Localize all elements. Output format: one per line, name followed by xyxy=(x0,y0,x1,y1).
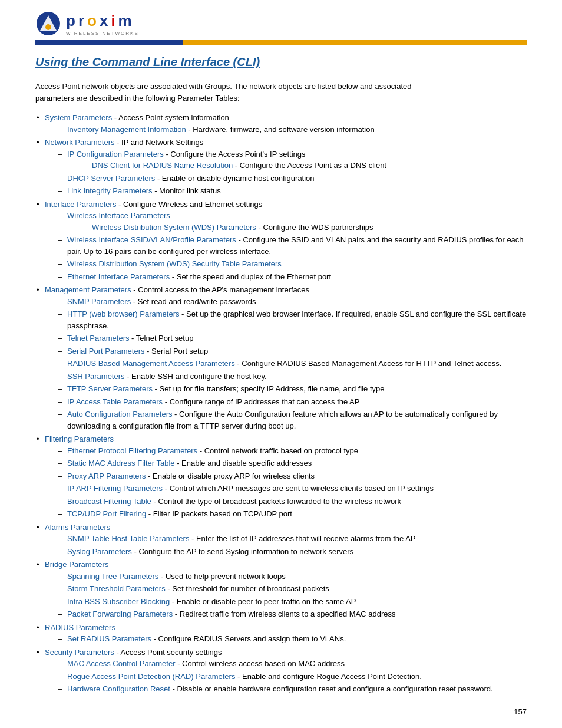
list-item-packet-forwarding: Packet Forwarding Parameters - Redirect … xyxy=(57,608,527,620)
link-radius-parameters[interactable]: RADIUS Parameters xyxy=(45,623,115,632)
list-item-filtering: Filtering Parameters Ethernet Protocol F… xyxy=(35,433,527,520)
sub-list-radius: Set RADIUS Parameters - Configure RADIUS… xyxy=(57,633,527,645)
link-static-mac[interactable]: Static MAC Address Filter Table xyxy=(67,459,175,467)
list-item-wireless: Wireless Interface Parameters Wireless D… xyxy=(57,210,527,233)
list-item-network: Network Parameters - IP and Network Sett… xyxy=(35,137,527,197)
sub-list-network: IP Configuration Parameters - Configure … xyxy=(57,149,527,197)
list-item-ssid-vlan: Wireless Interface SSID/VLAN/Profile Par… xyxy=(57,234,527,257)
logo-area: proxim WIRELESS NETWORKS xyxy=(35,11,527,37)
link-telnet[interactable]: Telnet Parameters xyxy=(67,334,130,342)
list-item-syslog: Syslog Parameters - Configure the AP to … xyxy=(57,546,527,558)
list-item-tftp: TFTP Server Parameters - Set up for file… xyxy=(57,383,527,395)
sub-list-filtering: Ethernet Protocol Filtering Parameters -… xyxy=(57,445,527,520)
link-packet-forwarding[interactable]: Packet Forwarding Parameters xyxy=(67,610,173,618)
sub-list-management: SNMP Parameters - Set read and read/writ… xyxy=(57,296,527,432)
link-wireless-interface[interactable]: Wireless Interface Parameters xyxy=(67,211,170,220)
link-system-parameters[interactable]: System Parameters xyxy=(45,113,112,122)
link-ip-access[interactable]: IP Access Table Parameters xyxy=(67,397,163,406)
list-item-interface: Interface Parameters - Configure Wireles… xyxy=(35,199,527,283)
list-item-dns-client: DNS Client for RADIUS Name Resolution - … xyxy=(79,160,527,172)
link-syslog[interactable]: Syslog Parameters xyxy=(67,547,132,556)
sub-list-system: Inventory Management Information - Hardw… xyxy=(57,124,527,136)
link-hw-config-reset[interactable]: Hardware Configuration Reset xyxy=(67,684,170,693)
link-management-parameters[interactable]: Management Parameters xyxy=(45,285,131,294)
link-ip-arp[interactable]: IP ARP Filtering Parameters xyxy=(67,484,163,493)
link-wds-parameters[interactable]: Wireless Distribution System (WDS) Param… xyxy=(92,223,256,232)
link-link-integrity[interactable]: Link Integrity Parameters xyxy=(67,186,153,195)
list-item-bridge: Bridge Parameters Spanning Tree Paramete… xyxy=(35,559,527,620)
link-snmp-table[interactable]: SNMP Table Host Table Parameters xyxy=(67,534,189,543)
link-eth-protocol-filtering[interactable]: Ethernet Protocol Filtering Parameters xyxy=(67,446,197,455)
list-item-system: System Parameters - Access Point system … xyxy=(35,112,527,135)
link-alarms-parameters[interactable]: Alarms Parameters xyxy=(45,523,110,532)
link-proxy-arp[interactable]: Proxy ARP Parameters xyxy=(67,472,146,480)
list-item-serial: Serial Port Parameters - Serial Port set… xyxy=(57,345,527,357)
link-storm-threshold[interactable]: Storm Threshold Parameters xyxy=(67,584,166,593)
list-item-hw-config-reset: Hardware Configuration Reset - Disable o… xyxy=(57,683,527,695)
link-auto-config[interactable]: Auto Configuration Parameters xyxy=(67,410,172,419)
list-item-ethernet-interface: Ethernet Interface Parameters - Set the … xyxy=(57,271,527,283)
link-filtering-parameters[interactable]: Filtering Parameters xyxy=(45,434,114,443)
logo-icon xyxy=(35,11,61,37)
link-bridge-parameters[interactable]: Bridge Parameters xyxy=(45,560,108,569)
list-item-ip-access: IP Access Table Parameters - Configure r… xyxy=(57,396,527,408)
header: proxim WIRELESS NETWORKS xyxy=(0,0,562,45)
list-item-telnet: Telnet Parameters - Telnet Port setup xyxy=(57,332,527,344)
sub-list-security: MAC Access Control Parameter - Control w… xyxy=(57,658,527,695)
link-tcp-udp[interactable]: TCP/UDP Port Filtering xyxy=(67,509,146,518)
link-security-parameters[interactable]: Security Parameters xyxy=(45,648,114,657)
link-tftp[interactable]: TFTP Server Parameters xyxy=(67,384,153,393)
link-radius-mgmt[interactable]: RADIUS Based Management Access Parameter… xyxy=(67,359,235,368)
content: Access Point network objects are associa… xyxy=(0,75,562,714)
link-broadcast-filtering[interactable]: Broadcast Filtering Table xyxy=(67,497,151,506)
list-item-rogue-ap: Rogue Access Point Detection (RAD) Param… xyxy=(57,671,527,683)
link-dhcp-server[interactable]: DHCP Server Parameters xyxy=(67,174,155,183)
header-blue-bar xyxy=(35,40,183,45)
list-item-snmp-table: SNMP Table Host Table Parameters - Enter… xyxy=(57,533,527,545)
link-interface-parameters[interactable]: Interface Parameters xyxy=(45,200,116,209)
link-dns-client[interactable]: DNS Client for RADIUS Name Resolution xyxy=(92,161,233,170)
link-inventory-management[interactable]: Inventory Management Information xyxy=(67,125,186,134)
list-item-set-radius: Set RADIUS Parameters - Configure RADIUS… xyxy=(57,633,527,645)
link-ip-configuration[interactable]: IP Configuration Parameters xyxy=(67,150,164,159)
header-bars xyxy=(35,40,527,45)
list-item-wds-security: Wireless Distribution System (WDS) Secur… xyxy=(57,258,527,270)
sub-list-interface: Wireless Interface Parameters Wireless D… xyxy=(57,210,527,282)
sub-list-alarms: SNMP Table Host Table Parameters - Enter… xyxy=(57,533,527,557)
link-spanning-tree[interactable]: Spanning Tree Parameters xyxy=(67,572,158,581)
link-ssh[interactable]: SSH Parameters xyxy=(67,372,125,381)
link-rogue-ap[interactable]: Rogue Access Point Detection (RAD) Param… xyxy=(67,672,235,681)
list-item-management: Management Parameters - Control access t… xyxy=(35,284,527,431)
link-ssid-vlan[interactable]: Wireless Interface SSID/VLAN/Profile Par… xyxy=(67,235,236,244)
sub-list-bridge: Spanning Tree Parameters - Used to help … xyxy=(57,571,527,620)
link-network-parameters[interactable]: Network Parameters xyxy=(45,138,114,147)
logo-letter-r: r xyxy=(78,12,87,29)
list-item-dhcp: DHCP Server Parameters - Enable or disab… xyxy=(57,173,527,185)
link-http[interactable]: HTTP (web browser) Parameters xyxy=(67,309,179,318)
link-mac-access[interactable]: MAC Access Control Parameter xyxy=(67,659,176,668)
list-item-tcp-udp: TCP/UDP Port Filtering - Filter IP packe… xyxy=(57,508,527,520)
link-intra-bss[interactable]: Intra BSS Subscriber Blocking xyxy=(67,597,170,606)
link-wds-security[interactable]: Wireless Distribution System (WDS) Secur… xyxy=(67,259,282,268)
list-item-broadcast: Broadcast Filtering Table - Control the … xyxy=(57,496,527,508)
list-item-ip-config: IP Configuration Parameters - Configure … xyxy=(57,149,527,172)
list-item-radius: RADIUS Parameters Set RADIUS Parameters … xyxy=(35,622,527,645)
list-item-static-mac: Static MAC Address Filter Table - Enable… xyxy=(57,457,527,469)
list-item-intra-bss: Intra BSS Subscriber Blocking - Enable o… xyxy=(57,596,527,608)
list-item-inventory: Inventory Management Information - Hardw… xyxy=(57,124,527,136)
link-serial-port[interactable]: Serial Port Parameters xyxy=(67,347,145,355)
list-item-proxy-arp: Proxy ARP Parameters - Enable or disable… xyxy=(57,470,527,482)
link-set-radius[interactable]: Set RADIUS Parameters xyxy=(67,634,151,643)
logo-letter-i: i xyxy=(111,12,118,29)
list-item-eth-protocol: Ethernet Protocol Filtering Parameters -… xyxy=(57,445,527,457)
link-ethernet-interface[interactable]: Ethernet Interface Parameters xyxy=(67,272,170,281)
list-item-radius-mgmt: RADIUS Based Management Access Parameter… xyxy=(57,358,527,370)
list-item-http: HTTP (web browser) Parameters - Set up t… xyxy=(57,308,527,331)
link-snmp[interactable]: SNMP Parameters xyxy=(67,297,131,306)
list-item-ip-arp: IP ARP Filtering Parameters - Control wh… xyxy=(57,483,527,495)
list-item-spanning-tree: Spanning Tree Parameters - Used to help … xyxy=(57,571,527,582)
sub-sub-list-ip: DNS Client for RADIUS Name Resolution - … xyxy=(79,160,527,172)
list-item-wds: Wireless Distribution System (WDS) Param… xyxy=(79,222,527,233)
list-item-storm-threshold: Storm Threshold Parameters - Set thresho… xyxy=(57,583,527,595)
list-item-auto-config: Auto Configuration Parameters - Configur… xyxy=(57,409,527,431)
